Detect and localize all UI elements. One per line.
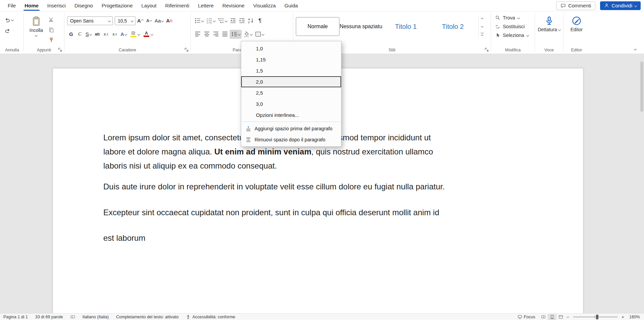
tab-inserisci[interactable]: Inserisci [43, 0, 70, 11]
undo-button[interactable] [3, 15, 14, 24]
accessibility-status[interactable]: Accessibilità: conforme [182, 314, 239, 320]
font-color-button[interactable]: A [142, 30, 154, 39]
tab-guida[interactable]: Guida [280, 0, 302, 11]
borders-button[interactable] [254, 30, 265, 39]
underline-button[interactable]: S [85, 30, 93, 39]
text-prediction-status[interactable]: Completamento del testo: attivato [112, 314, 182, 320]
change-case-button[interactable]: Aa [154, 16, 164, 25]
editor-button[interactable]: Editor [567, 15, 586, 32]
increase-indent-button[interactable] [238, 16, 246, 25]
menu-item-add-space-before[interactable]: Aggiungi spazio prima del paragrafo [241, 123, 341, 134]
strikethrough-button[interactable]: ab [93, 30, 101, 39]
zoom-slider[interactable] [573, 314, 618, 320]
appunti-dialog-launcher[interactable] [58, 47, 62, 52]
tab-disegno[interactable]: Disegno [70, 0, 97, 11]
group-label-carattere: Carattere [65, 48, 190, 52]
align-left-button[interactable] [194, 30, 202, 39]
replace-button[interactable]: Sostituisci [495, 22, 531, 31]
collapse-ribbon-button[interactable] [632, 46, 639, 52]
gallery-up-icon[interactable] [481, 18, 483, 20]
menu-item-spacing-1-15[interactable]: 1,15 [241, 54, 341, 65]
gallery-more-button[interactable] [481, 33, 484, 36]
status-bar: Pagina 1 di 1 33 di 69 parole Italiano (… [0, 313, 644, 320]
paragraph-4[interactable]: est laborum [103, 231, 534, 245]
paste-button[interactable]: Incolla [26, 15, 46, 46]
menu-item-spacing-1-5[interactable]: 1,5 [241, 65, 341, 76]
web-layout-button[interactable] [556, 314, 565, 320]
menu-item-spacing-1-0[interactable]: 1,0 [241, 43, 341, 54]
font-size-select[interactable]: 10,5 [115, 16, 136, 25]
bullets-button[interactable] [194, 16, 205, 25]
show-formatting-button[interactable]: ¶ [256, 16, 264, 25]
format-painter-button[interactable] [47, 36, 55, 44]
line-spacing-button[interactable] [230, 30, 241, 39]
chevron-down-icon [89, 33, 92, 35]
stili-dialog-launcher[interactable] [484, 47, 489, 52]
menu-item-spacing-2-5[interactable]: 2,5 [241, 87, 341, 98]
shading-button[interactable] [242, 30, 253, 39]
numbering-button[interactable] [205, 16, 216, 25]
multilevel-list-button[interactable] [217, 16, 228, 25]
redo-button[interactable] [3, 26, 12, 35]
grow-font-button[interactable]: A [136, 16, 144, 25]
share-button[interactable]: Condividi [600, 1, 641, 10]
italic-button[interactable]: C [76, 30, 84, 39]
zoom-out-button[interactable]: − [565, 314, 571, 320]
highlight-button[interactable] [128, 30, 141, 39]
superscript-button[interactable]: x2 [111, 30, 119, 39]
tab-home[interactable]: Home [20, 0, 43, 11]
align-center-button[interactable] [203, 30, 211, 39]
find-button[interactable]: Trova [495, 14, 531, 22]
zoom-in-button[interactable]: + [620, 314, 626, 320]
scrollbar-thumb[interactable] [640, 61, 643, 112]
style-normale[interactable]: Normale [296, 17, 339, 36]
zoom-slider-track [573, 317, 618, 317]
justify-button[interactable] [221, 30, 229, 39]
proofing-status[interactable] [67, 314, 79, 320]
select-button[interactable]: Seleziona [495, 31, 531, 39]
style-nessuna-spaziatura[interactable]: Nessuna spaziatu [339, 17, 382, 36]
subscript-button[interactable]: x2 [102, 30, 110, 39]
paragraph-3[interactable]: Excepteur sint occaecat cupidatat non pr… [103, 205, 534, 220]
word-count-status[interactable]: 33 di 69 parole [32, 314, 67, 320]
tab-revisione[interactable]: Revisione [218, 0, 249, 11]
tab-progettazione[interactable]: Progettazione [97, 0, 137, 11]
style-titolo-1[interactable]: Titolo 1 [382, 17, 429, 36]
text-effects-glyph: A [120, 32, 124, 37]
font-name-select[interactable]: Open Sans [67, 16, 113, 25]
language-status[interactable]: Italiano (Italia) [79, 314, 113, 320]
chevron-down-icon [262, 33, 264, 35]
align-right-button[interactable] [212, 30, 220, 39]
print-layout-button[interactable] [548, 314, 556, 320]
paragraph-2[interactable]: Duis aute irure dolor in reprehenderit i… [103, 180, 534, 194]
carattere-dialog-launcher[interactable] [184, 47, 189, 52]
dictate-button[interactable]: Dettatura [539, 15, 559, 32]
shrink-font-button[interactable]: A [145, 16, 153, 25]
comments-button[interactable]: Commenti [556, 1, 595, 10]
tab-file[interactable]: File [3, 0, 20, 11]
clear-formatting-button[interactable]: A [165, 16, 173, 25]
menu-item-remove-space-after[interactable]: Rimuovi spazio dopo il paragrafo [241, 134, 341, 145]
tab-visualizza[interactable]: Visualizza [249, 0, 280, 11]
cut-button[interactable] [47, 15, 55, 24]
page-number-status[interactable]: Pagina 1 di 1 [3, 314, 32, 320]
style-titolo-2[interactable]: Titolo 2 [429, 17, 476, 36]
read-mode-button[interactable] [539, 314, 548, 320]
gallery-down-icon[interactable] [481, 25, 483, 28]
menu-item-spacing-2-0[interactable]: 2,0 [241, 76, 341, 87]
menu-item-spacing-3-0[interactable]: 3,0 [241, 98, 341, 109]
text-effects-button[interactable]: A [119, 30, 128, 39]
paragraph-row-1: ¶ [194, 15, 290, 26]
tab-riferimenti[interactable]: Riferimenti [161, 0, 194, 11]
tab-lettere[interactable]: Lettere [194, 0, 218, 11]
vertical-scrollbar[interactable] [639, 55, 643, 311]
copy-button[interactable] [47, 26, 55, 34]
menu-item-spacing-options[interactable]: Opzioni interlinea... [241, 109, 341, 121]
focus-mode-button[interactable]: Focus [514, 314, 539, 320]
zoom-slider-thumb[interactable] [596, 315, 598, 319]
sort-button[interactable] [247, 16, 255, 25]
bold-button[interactable]: G [67, 30, 75, 39]
tab-layout[interactable]: Layout [137, 0, 161, 11]
decrease-indent-button[interactable] [229, 16, 237, 25]
zoom-level-button[interactable]: 160% [626, 314, 641, 320]
